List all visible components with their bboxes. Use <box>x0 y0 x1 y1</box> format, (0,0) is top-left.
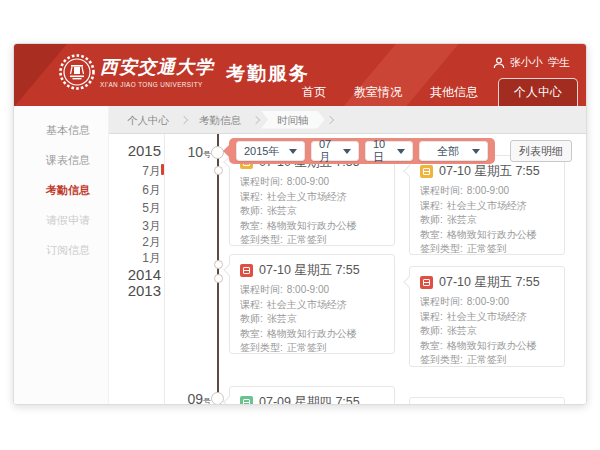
user-icon <box>493 57 505 69</box>
classroom: 格物致知行政办公楼 <box>447 229 537 240</box>
sidebar-item-schedule-info[interactable]: 课表信息 <box>46 153 90 168</box>
university-logo-icon <box>58 53 96 91</box>
breadcrumb-attendance-info[interactable]: 考勤信息 <box>189 111 251 129</box>
course-time: 8:00-9:00 <box>287 284 329 295</box>
user-name: 张小小 <box>510 55 543 70</box>
timeline-day-09[interactable]: 09号 <box>169 390 211 405</box>
timeline-month-may[interactable]: 5月 <box>109 200 161 217</box>
user-info[interactable]: 张小小 学生 <box>493 55 570 70</box>
timeline-node-small <box>214 166 223 175</box>
check-in-status-icon <box>240 264 253 277</box>
sidebar-item-leave-request[interactable]: 请假申请 <box>46 213 90 228</box>
chevron-right-icon <box>180 115 188 123</box>
timeline-node-large <box>211 392 224 405</box>
breadcrumb-timeline[interactable]: 时间轴 <box>261 111 325 129</box>
app-header: 西安交通大学 XI'AN JIAO TONG UNIVERSITY 考勤服务 张… <box>14 44 586 106</box>
sidebar: 基本信息 课表信息 考勤信息 请假申请 订阅信息 <box>14 106 109 405</box>
classroom: 格物致知行政办公楼 <box>267 328 357 339</box>
nav-personal-center-active-tab[interactable]: 个人中心 <box>498 78 578 106</box>
classroom: 格物致知行政办公楼 <box>267 220 357 231</box>
course-name: 社会主义市场经济 <box>267 299 347 310</box>
chevron-down-icon <box>343 149 351 154</box>
course-time: 8:00-9:00 <box>467 296 509 307</box>
sign-in-type: 正常签到 <box>467 354 507 365</box>
classroom: 格物致知行政办公楼 <box>447 340 537 351</box>
course-name: 社会主义市场经济 <box>447 200 527 211</box>
timeline-month-mar[interactable]: 3月 <box>109 218 161 235</box>
card-date-title: 07-10 星期五 7:55 <box>439 163 540 180</box>
timeline-year-2015[interactable]: 2015 <box>109 142 161 159</box>
check-in-status-icon <box>420 165 433 178</box>
course-time: 8:00-9:00 <box>467 185 509 196</box>
sidebar-item-basic-info[interactable]: 基本信息 <box>46 123 90 138</box>
teacher-name: 张芸京 <box>447 214 477 225</box>
university-name-en: XI'AN JIAO TONG UNIVERSITY <box>100 81 214 88</box>
attendance-card[interactable]: 07-09 星期四 7:55 <box>229 386 395 405</box>
attendance-card[interactable]: 07-10 星期五 7:55 课程时间:8:00-9:00 课程:社会主义市场经… <box>409 266 565 367</box>
chevron-down-icon <box>472 149 480 154</box>
breadcrumb-personal-center[interactable]: 个人中心 <box>117 111 179 129</box>
sign-in-type: 正常签到 <box>287 342 327 353</box>
breadcrumb: 个人中心 考勤信息 时间轴 <box>109 106 586 134</box>
nav-other-info[interactable]: 其他信息 <box>416 79 492 106</box>
attendance-card[interactable]: 07-10 星期五 7:55 课程时间:8:00-9:00 课程:社会主义市场经… <box>229 254 395 354</box>
timeline-month-jul[interactable]: 7月 <box>109 163 161 180</box>
sidebar-item-attendance-info[interactable]: 考勤信息 <box>46 183 90 198</box>
course-time: 8:00-9:00 <box>287 176 329 187</box>
sign-in-type: 正常签到 <box>287 234 327 245</box>
teacher-name: 张芸京 <box>267 205 297 216</box>
nav-home[interactable]: 首页 <box>288 79 340 106</box>
main-body: 基本信息 课表信息 考勤信息 请假申请 订阅信息 个人中心 考勤信息 时间轴 2… <box>14 106 586 405</box>
user-role: 学生 <box>548 55 570 70</box>
sign-in-type: 正常签到 <box>467 243 507 254</box>
month-select[interactable]: 07月 <box>311 141 359 161</box>
course-name: 社会主义市场经济 <box>267 191 347 202</box>
timeline-month-jun[interactable]: 6月 <box>109 182 161 199</box>
list-detail-button[interactable]: 列表明细 <box>510 140 572 162</box>
university-name-cn: 西安交通大学 <box>100 55 214 79</box>
day-select[interactable]: 10日 <box>365 141 413 161</box>
timeline-year-2013[interactable]: 2013 <box>109 282 161 299</box>
timeline-month-feb[interactable]: 2月 <box>109 234 161 251</box>
filter-bar: 2015年 07月 10日 全部 <box>229 138 495 164</box>
card-date-title: 07-10 星期五 7:55 <box>439 274 540 291</box>
course-name: 社会主义市场经济 <box>447 311 527 322</box>
attendance-card[interactable]: 07-10 星期五 7:55 课程时间:8:00-9:00 课程:社会主义市场经… <box>409 155 565 255</box>
timeline-node-small <box>214 260 223 269</box>
check-in-status-icon <box>240 396 253 405</box>
check-in-status-icon <box>420 276 433 289</box>
timeline-month-jan[interactable]: 1月 <box>109 250 161 267</box>
month-nav-divider <box>164 134 165 405</box>
type-select[interactable]: 全部 <box>419 141 488 161</box>
card-date-title: 07-09 星期四 7:55 <box>259 394 360 405</box>
sidebar-item-subscription-info[interactable]: 订阅信息 <box>46 243 90 258</box>
chevron-down-icon <box>397 149 405 154</box>
timeline-node-small <box>214 274 223 283</box>
card-date-title: 07-10 星期五 7:55 <box>259 262 360 279</box>
year-select[interactable]: 2015年 <box>236 141 305 161</box>
nav-classrooms[interactable]: 教室情况 <box>340 79 416 106</box>
main-nav: 首页 教室情况 其他信息 个人中心 <box>288 78 578 106</box>
university-name-block: 西安交通大学 XI'AN JIAO TONG UNIVERSITY <box>100 55 214 88</box>
app-window: 西安交通大学 XI'AN JIAO TONG UNIVERSITY 考勤服务 张… <box>13 43 587 405</box>
chevron-right-icon <box>252 115 260 123</box>
chevron-down-icon <box>289 149 297 154</box>
teacher-name: 张芸京 <box>267 313 297 324</box>
attendance-card[interactable] <box>409 397 565 405</box>
timeline-day-10[interactable]: 10号 <box>169 143 211 161</box>
teacher-name: 张芸京 <box>447 325 477 336</box>
chevron-right-icon <box>325 115 333 123</box>
timeline-year-2014[interactable]: 2014 <box>109 266 161 283</box>
